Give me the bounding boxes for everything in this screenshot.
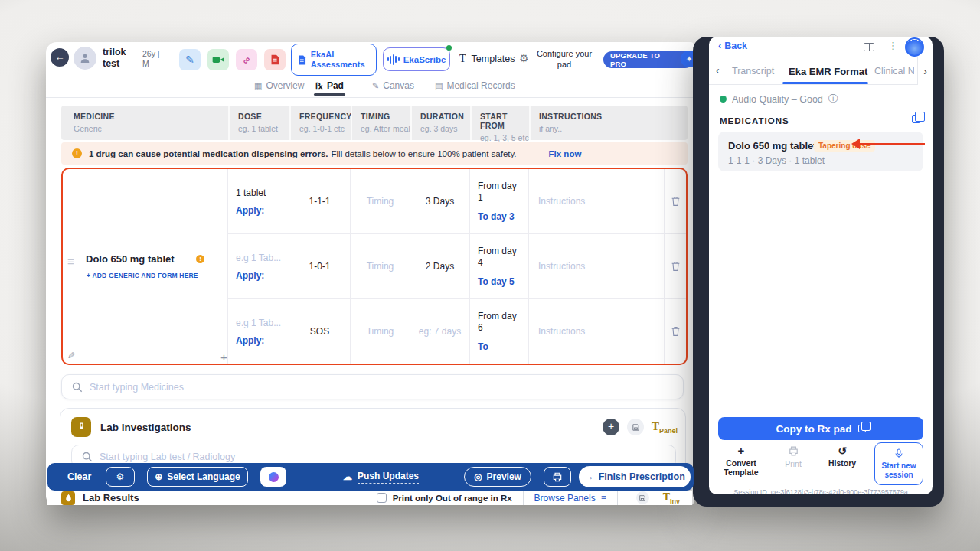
print-button[interactable] <box>544 467 571 487</box>
to-day-link[interactable]: To day 3 <box>478 211 528 222</box>
scribe-panel: ‹ Back ⋮ ‹ Transcript Eka EMR Format Cli… <box>709 37 933 494</box>
save-lab-results-button[interactable] <box>636 491 649 504</box>
copy-to-rx-pad-button[interactable]: Copy to Rx pad <box>718 417 923 440</box>
medicine-cell[interactable]: ≡ Dolo 650 mg tablet ! + ADD GENERIC AND… <box>63 169 228 364</box>
tabs-scroll-right-icon[interactable]: › <box>917 57 933 85</box>
pad-settings-button[interactable]: ⚙ <box>519 52 529 64</box>
tab-canvas[interactable]: ✎ Canvas <box>372 80 414 91</box>
tab-transcript[interactable]: Transcript <box>732 66 774 77</box>
add-generic-link[interactable]: + ADD GENERIC AND FORM HERE <box>87 272 198 279</box>
push-updates-button[interactable]: ☁ Push Updates <box>343 463 419 491</box>
panel-t: T <box>652 420 659 432</box>
col-duration: DURATION eg. 3 days <box>410 106 470 140</box>
print-out-of-range-label: Print only Out of range in Rx <box>393 494 512 503</box>
annotation-arrow <box>859 143 925 145</box>
lab-results-title[interactable]: Lab Results <box>83 492 139 504</box>
apply-link[interactable]: Apply: <box>236 335 289 346</box>
duration-cell[interactable]: 3 Days <box>410 169 470 233</box>
gear-icon: ⚙ <box>116 471 125 482</box>
panel-template-button[interactable]: TPanel <box>652 420 678 435</box>
col-title: START FROM <box>480 112 529 130</box>
configure-pad-label[interactable]: Configure your pad <box>536 48 593 70</box>
add-lab-test-button[interactable]: + <box>603 419 619 435</box>
frequency-cell[interactable]: 1-1-1 <box>289 169 351 233</box>
print-out-of-range-checkbox[interactable] <box>377 493 387 503</box>
save-icon <box>639 494 646 502</box>
dose-cell[interactable]: 1 tablet Apply: <box>228 169 289 233</box>
history-button[interactable]: ↺ History <box>821 446 864 468</box>
video-call-button[interactable] <box>207 49 229 70</box>
finish-prescription-button[interactable]: → Finish Prescription <box>579 466 691 487</box>
document-button[interactable] <box>264 49 286 70</box>
print-session-button[interactable]: Print <box>773 446 813 468</box>
dose-cell[interactable]: e.g 1 Tab... Apply: <box>228 234 289 298</box>
save-lab-button[interactable] <box>627 419 644 435</box>
start-from-cell[interactable]: From day 4 To day 5 <box>470 234 529 298</box>
tapering-dose-badge: Tapering dose <box>814 140 875 152</box>
scribe-back-button[interactable]: ‹ Back <box>718 41 747 51</box>
timing-placeholder: Timing <box>367 261 394 272</box>
select-language-button[interactable]: ⊕ Select Language <box>147 467 248 487</box>
to-day-link[interactable]: To day 5 <box>478 276 528 287</box>
col-hint: if any.. <box>539 124 688 133</box>
add-dosage-row-icon[interactable]: + <box>220 350 683 364</box>
rx-settings-button[interactable]: ⚙ <box>106 467 135 487</box>
convert-template-button[interactable]: + Convert Template <box>717 446 766 477</box>
delete-row-button[interactable] <box>665 169 686 233</box>
edit-button[interactable]: ✎ <box>179 49 201 70</box>
clear-button[interactable]: Clear <box>67 463 91 491</box>
search-icon <box>82 452 93 462</box>
timing-cell[interactable]: Timing <box>351 169 410 233</box>
start-from-cell[interactable]: From day 1 To day 3 <box>470 169 529 233</box>
more-menu-icon[interactable]: ⋮ <box>888 40 898 51</box>
fix-now-link[interactable]: Fix now <box>549 149 582 158</box>
inv-template-button[interactable]: TInv <box>663 491 680 505</box>
back-button[interactable]: ← <box>51 48 69 67</box>
audio-quality-label: Audio Quality – Good <box>732 94 823 105</box>
dispensing-warning-banner: ! 1 drug can cause potential medication … <box>61 142 688 165</box>
browse-panels-button[interactable]: Browse Panels ≡ <box>534 493 606 504</box>
warning-rest-text: Fill details below to ensure 100% patien… <box>332 149 517 158</box>
timing-cell[interactable]: Timing <box>351 234 410 298</box>
lab-investigations-title: Lab Investigations <box>100 422 191 433</box>
instructions-cell[interactable]: Instructions <box>529 234 665 298</box>
tab-pad[interactable]: ℞ Pad <box>315 80 344 91</box>
divider <box>523 491 524 505</box>
delete-row-button[interactable] <box>665 234 686 298</box>
records-icon: ▤ <box>435 81 443 91</box>
frequency-cell[interactable]: 1-0-1 <box>289 234 351 298</box>
print-label: Print <box>773 459 813 468</box>
templates-icon: T <box>459 53 466 65</box>
gradient-dot-icon <box>269 472 279 482</box>
tab-eka-emr-format[interactable]: Eka EMR Format <box>789 66 867 77</box>
apply-link[interactable]: Apply: <box>236 270 289 281</box>
assistant-toggle-button[interactable] <box>260 467 286 487</box>
ekaai-assessments-button[interactable]: EkaAI Assessments <box>291 44 377 76</box>
tab-overview-label: Overview <box>266 80 304 91</box>
dosage-rows: 1 tablet Apply: 1-1-1 Timing 3 Days From… <box>228 169 686 364</box>
tab-overview[interactable]: ▦ Overview <box>254 80 304 91</box>
list-icon: ≡ <box>601 493 606 504</box>
start-new-session-button[interactable]: Start new session <box>874 442 923 485</box>
ekascribe-button[interactable]: EkaScribe <box>383 47 450 71</box>
layout-icon[interactable] <box>864 43 874 51</box>
printer-icon <box>788 446 799 456</box>
drag-handle-icon[interactable]: ≡ <box>67 255 74 268</box>
warning-bold-text: 1 drug can cause potential medication di… <box>89 149 328 158</box>
search-icon <box>72 382 83 393</box>
medication-card[interactable]: Dolo 650 mg tablet Tapering dose 1-1-1 ·… <box>718 132 923 171</box>
tab-clinical-notes[interactable]: Clinical N <box>874 66 914 77</box>
instructions-cell[interactable]: Instructions <box>529 169 665 233</box>
share-link-button[interactable]: ∞ <box>236 49 257 70</box>
medicine-search-input[interactable]: Start typing Medicines <box>61 374 684 399</box>
assessment-doc-icon <box>298 54 306 66</box>
copy-medications-icon[interactable] <box>912 115 920 123</box>
duration-cell[interactable]: 2 Days <box>410 234 470 298</box>
apply-link[interactable]: Apply: <box>236 205 289 216</box>
tab-medical-records[interactable]: ▤ Medical Records <box>435 80 515 91</box>
templates-button[interactable]: T Templates <box>459 53 515 65</box>
edit-icon[interactable]: ✎ <box>67 350 75 361</box>
tabs-scroll-left-icon[interactable]: ‹ <box>716 64 720 77</box>
preview-button[interactable]: ◎ Preview <box>464 467 531 487</box>
inv-sub: Inv <box>670 497 680 504</box>
